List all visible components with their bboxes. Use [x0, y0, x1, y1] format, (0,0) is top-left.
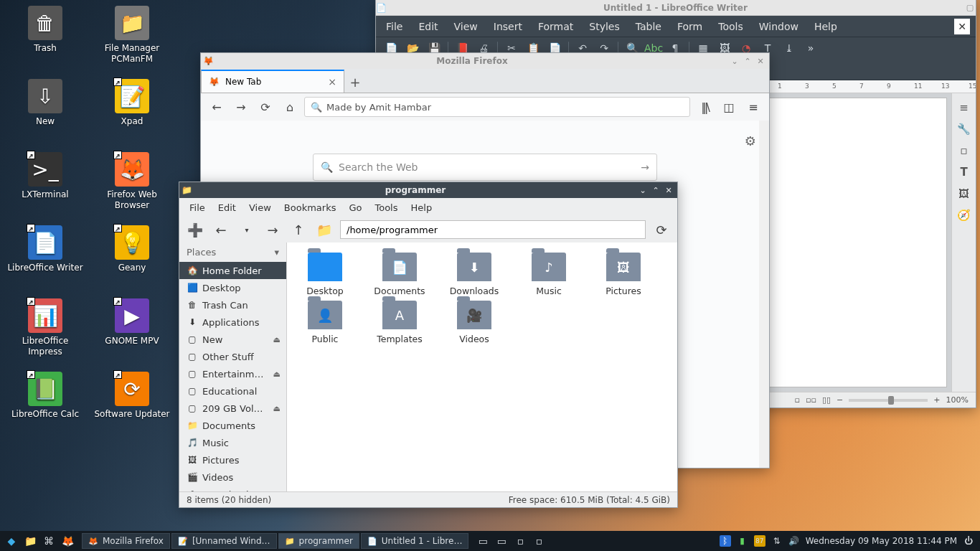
- battery-icon[interactable]: ▮: [737, 535, 748, 547]
- menu-button[interactable]: ≡: [743, 97, 763, 117]
- eject-icon[interactable]: ⏏: [273, 335, 281, 344]
- path-bar[interactable]: /home/programmer: [340, 220, 646, 239]
- titlebar[interactable]: 📄 Untitled 1 - LibreOffice Writer ━ ▢ ✕: [376, 0, 976, 16]
- task-mozilla-firefox[interactable]: 🦊Mozilla Firefox: [82, 533, 170, 549]
- styles-icon[interactable]: T: [956, 164, 973, 181]
- menu-tools[interactable]: Tools: [718, 21, 743, 32]
- desktop-icon-software-updater[interactable]: ↗⟳Software Updater: [93, 372, 171, 445]
- volume-icon[interactable]: 🔊: [788, 535, 800, 547]
- menu-tools[interactable]: Tools: [374, 202, 397, 213]
- power-icon[interactable]: ⏻: [963, 535, 974, 547]
- desktop-icon-new[interactable]: ⇩New: [6, 79, 85, 152]
- menu-format[interactable]: Format: [538, 21, 573, 32]
- updater-icon[interactable]: 87: [754, 535, 765, 547]
- gallery-icon[interactable]: 🖼: [956, 185, 973, 202]
- desktop-icon-libreoffice-impress[interactable]: ↗📊LibreOffice Impress: [6, 298, 85, 372]
- place-applications[interactable]: ⬇Applications: [179, 314, 286, 331]
- menu-edit[interactable]: Edit: [418, 21, 438, 32]
- task-untitled-1-libre-[interactable]: 📄Untitled 1 - Libre…: [361, 533, 469, 549]
- properties-icon[interactable]: 🔧: [956, 121, 973, 138]
- desktop-icon-firefox-web-browser[interactable]: ↗🦊Firefox Web Browser: [93, 152, 171, 225]
- folder-desktop[interactable]: Desktop: [296, 253, 354, 296]
- workspace-2[interactable]: ▭: [493, 533, 510, 549]
- task--unnamed-wind-[interactable]: 📝[Unnamed Wind…: [171, 533, 277, 549]
- place-downloads[interactable]: ⬇Downloads: [179, 486, 286, 491]
- eject-icon[interactable]: ⏏: [273, 404, 281, 413]
- folder-pictures[interactable]: 🖼Pictures: [594, 253, 653, 296]
- back-button[interactable]: ←: [211, 220, 231, 240]
- place-music[interactable]: 🎵Music: [179, 434, 286, 451]
- desktop-icon-geany[interactable]: ↗💡Geany: [93, 225, 171, 298]
- home-folder-icon[interactable]: 📁: [314, 220, 334, 240]
- start-menu-button[interactable]: ◆: [3, 533, 20, 549]
- maximize-button[interactable]: ⌃: [650, 184, 661, 196]
- zoom-value[interactable]: 100%: [946, 395, 969, 405]
- menu-styles[interactable]: Styles: [589, 21, 619, 32]
- new-tab-button[interactable]: +: [344, 71, 366, 93]
- menu-window[interactable]: Window: [759, 21, 798, 32]
- maximize-button[interactable]: ⌃: [742, 55, 753, 67]
- file-manager-launcher[interactable]: 📁: [22, 533, 39, 549]
- desktop-icon-xpad[interactable]: ↗📝Xpad: [93, 79, 171, 152]
- place-209-gb-vol-[interactable]: ▢209 GB Vol…⏏: [179, 400, 286, 417]
- place-home-folder[interactable]: 🏠Home Folder: [179, 262, 286, 279]
- menu-file[interactable]: File: [189, 202, 205, 213]
- minimize-button[interactable]: ⌄: [729, 55, 740, 67]
- folder-templates[interactable]: ATemplates: [370, 301, 429, 344]
- more-icon[interactable]: »: [803, 40, 819, 56]
- back-button[interactable]: ←: [207, 97, 227, 117]
- places-header[interactable]: Places ▾: [179, 242, 286, 262]
- forward-button[interactable]: →: [231, 97, 251, 117]
- customize-gear-icon[interactable]: ⚙: [745, 133, 756, 149]
- folder-documents[interactable]: 📄Documents: [370, 253, 429, 296]
- folder-public[interactable]: 👤Public: [296, 301, 354, 344]
- menu-go[interactable]: Go: [349, 202, 362, 213]
- firefox-launcher[interactable]: 🦊: [59, 533, 76, 549]
- place-desktop[interactable]: 🟦Desktop: [179, 279, 286, 296]
- history-dropdown[interactable]: ▾: [237, 220, 257, 240]
- zoom-out-icon[interactable]: −: [837, 395, 843, 405]
- titlebar[interactable]: 🦊 Mozilla Firefox ⌄ ⌃ ✕: [201, 53, 769, 69]
- tab-close-icon[interactable]: ×: [328, 76, 336, 88]
- desktop-icon-gnome-mpv[interactable]: ↗▶GNOME MPV: [93, 298, 171, 372]
- task-programmer[interactable]: 📁programmer: [278, 533, 359, 549]
- show-desktop[interactable]: ▫: [512, 533, 529, 549]
- place-entertainm-[interactable]: ▢Entertainm…⏏: [179, 365, 286, 382]
- place-pictures[interactable]: 🖼Pictures: [179, 451, 286, 468]
- close-button[interactable]: ✕: [663, 184, 674, 196]
- iconify-all[interactable]: ▫: [530, 533, 547, 549]
- menu-help[interactable]: Help: [411, 202, 433, 213]
- place-documents[interactable]: 📁Documents: [179, 417, 286, 434]
- place-educational[interactable]: ▢Educational: [179, 382, 286, 400]
- home-button[interactable]: ⌂: [280, 97, 300, 117]
- reload-button[interactable]: ⟳: [255, 97, 275, 117]
- go-arrow-icon[interactable]: →: [641, 161, 649, 173]
- library-icon[interactable]: |||\: [694, 97, 715, 117]
- place-other-stuff[interactable]: ▢Other Stuff: [179, 348, 286, 365]
- folder-videos[interactable]: 🎥Videos: [445, 301, 504, 344]
- zoom-slider[interactable]: [849, 399, 928, 402]
- place-videos[interactable]: 🎬Videos: [179, 468, 286, 486]
- menu-table[interactable]: Table: [636, 21, 661, 32]
- tab-new-tab[interactable]: 🦊 New Tab ×: [201, 70, 344, 93]
- sidebar-settings-icon[interactable]: ≡: [956, 99, 973, 116]
- menu-form[interactable]: Form: [677, 21, 702, 32]
- reload-button[interactable]: ⟳: [651, 220, 672, 240]
- minimize-button[interactable]: ⌄: [637, 184, 649, 196]
- menu-help[interactable]: Help: [814, 21, 837, 32]
- desktop-icon-trash[interactable]: 🗑Trash: [6, 6, 85, 79]
- place-trash-can[interactable]: 🗑Trash Can: [179, 296, 286, 314]
- menu-view[interactable]: View: [249, 202, 271, 213]
- new-tab-button[interactable]: ➕: [185, 220, 205, 240]
- sidebar-icon[interactable]: ◫: [719, 97, 739, 117]
- network-icon[interactable]: ⇅: [771, 535, 783, 547]
- menu-edit[interactable]: Edit: [218, 202, 236, 213]
- up-button[interactable]: ↑: [288, 220, 308, 240]
- desktop-icon-libreoffice-writer[interactable]: ↗📄LibreOffice Writer: [6, 225, 85, 298]
- zoom-in-icon[interactable]: +: [933, 395, 940, 405]
- desktop-icon-file-manager-pcmanfm[interactable]: 📁File Manager PCManFM: [93, 6, 171, 79]
- menu-bookmarks[interactable]: Bookmarks: [284, 202, 336, 213]
- clock[interactable]: Wednesday 09 May 2018 11:44 PM: [806, 536, 957, 546]
- page-break-icon[interactable]: ⤓: [781, 40, 797, 56]
- eject-icon[interactable]: ⏏: [273, 369, 281, 379]
